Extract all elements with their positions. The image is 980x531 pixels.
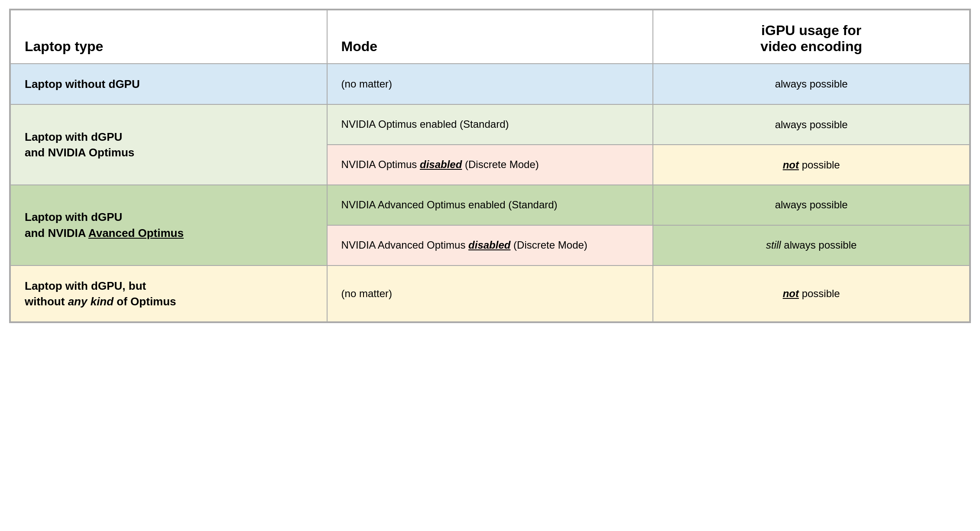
igpu-cell: always possible	[653, 185, 970, 225]
header-igpu-usage: iGPU usage for video encoding	[653, 10, 970, 64]
mode-cell: NVIDIA Optimus disabled (Discrete Mode)	[327, 145, 653, 185]
header-laptop-type: Laptop type	[10, 10, 327, 64]
mode-cell: (no matter)	[327, 64, 653, 104]
table-row: Laptop without dGPU (no matter) always p…	[10, 64, 970, 104]
laptop-type-cell: Laptop with dGPU, butwithout any kind of…	[10, 266, 327, 322]
laptop-type-cell: Laptop without dGPU	[10, 64, 327, 104]
igpu-cell: always possible	[653, 64, 970, 104]
laptop-type-cell: Laptop with dGPUand NVIDIA Avanced Optim…	[10, 185, 327, 266]
mode-cell: NVIDIA Optimus enabled (Standard)	[327, 104, 653, 145]
table-row: Laptop with dGPUand NVIDIA Avanced Optim…	[10, 185, 970, 225]
table-row: Laptop with dGPUand NVIDIA Optimus NVIDI…	[10, 104, 970, 145]
laptop-type-cell: Laptop with dGPUand NVIDIA Optimus	[10, 104, 327, 185]
table-row: Laptop with dGPU, butwithout any kind of…	[10, 266, 970, 322]
igpu-cell: still always possible	[653, 225, 970, 266]
mode-cell: NVIDIA Advanced Optimus disabled (Discre…	[327, 225, 653, 266]
header-mode: Mode	[327, 10, 653, 64]
mode-cell: (no matter)	[327, 266, 653, 322]
comparison-table: Laptop type Mode iGPU usage for video en…	[9, 9, 971, 323]
igpu-cell: not possible	[653, 145, 970, 185]
mode-cell: NVIDIA Advanced Optimus enabled (Standar…	[327, 185, 653, 225]
table-header-row: Laptop type Mode iGPU usage for video en…	[10, 10, 970, 64]
igpu-cell: always possible	[653, 104, 970, 145]
igpu-cell: not possible	[653, 266, 970, 322]
